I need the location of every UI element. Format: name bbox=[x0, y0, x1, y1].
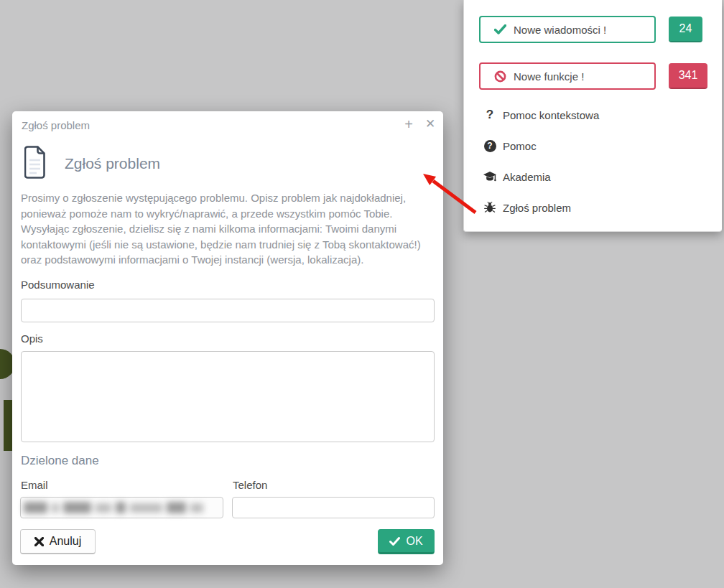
telefon-input[interactable] bbox=[232, 497, 435, 518]
menu-item-academy[interactable]: Akademia bbox=[464, 166, 722, 187]
bug-icon bbox=[483, 200, 497, 215]
menu-item-help[interactable]: ? Pomoc bbox=[464, 135, 722, 157]
menu-item-report-problem[interactable]: Zgłoś problem bbox=[464, 197, 722, 218]
dialog-window-title: Zgłoś problem bbox=[22, 119, 90, 131]
close-icon[interactable]: ✕ bbox=[423, 117, 437, 131]
cancel-button-label: Anuluj bbox=[50, 535, 81, 548]
check-icon bbox=[389, 537, 400, 546]
x-icon bbox=[34, 537, 44, 546]
graduation-cap-icon bbox=[483, 169, 497, 184]
new-features-label: Nowe funkcje ! bbox=[514, 70, 584, 83]
email-input[interactable] bbox=[20, 497, 223, 518]
telefon-label: Telefon bbox=[233, 479, 267, 491]
dialog-description: Prosimy o zgłoszenie występującego probl… bbox=[21, 190, 436, 268]
messages-count-badge: 24 bbox=[669, 17, 702, 42]
menu-item-label: Pomoc bbox=[503, 140, 537, 152]
menu-item-label: Akademia bbox=[503, 171, 551, 183]
check-icon bbox=[493, 23, 506, 36]
new-messages-button[interactable]: Nowe wiadomości ! bbox=[479, 16, 656, 43]
question-icon: ? bbox=[483, 108, 497, 122]
shared-data-heading: Dzielone dane bbox=[21, 454, 99, 468]
summary-label: Podsumowanie bbox=[21, 279, 95, 291]
ok-button-label: OK bbox=[406, 535, 422, 548]
block-icon bbox=[493, 70, 506, 83]
help-menu-panel: Nowe wiadomości ! 24 Nowe funkcje ! 341 … bbox=[463, 0, 722, 232]
description-textarea[interactable] bbox=[21, 351, 435, 442]
menu-item-label: Zgłoś problem bbox=[503, 202, 571, 214]
menu-item-label: Pomoc kontekstowa bbox=[503, 109, 599, 121]
question-circle-icon: ? bbox=[483, 139, 497, 153]
report-problem-dialog: Zgłoś problem + ✕ Zgłoś problem Prosimy … bbox=[12, 111, 443, 565]
new-features-button[interactable]: Nowe funkcje ! bbox=[479, 62, 656, 90]
new-messages-label: Nowe wiadomości ! bbox=[514, 24, 606, 36]
email-label: Email bbox=[21, 479, 48, 491]
features-count-badge: 341 bbox=[669, 63, 707, 89]
cancel-button[interactable]: Anuluj bbox=[20, 529, 96, 554]
summary-input[interactable] bbox=[21, 299, 435, 322]
ok-button[interactable]: OK bbox=[378, 529, 435, 554]
maximize-icon[interactable]: + bbox=[402, 117, 416, 131]
description-label: Opis bbox=[21, 332, 43, 345]
menu-item-context-help[interactable]: ? Pomoc kontekstowa bbox=[464, 104, 722, 126]
dimmed-page-background: { "colors": { "accent_green": "#2aa57f",… bbox=[0, 0, 724, 588]
dialog-heading: Zgłoś problem bbox=[65, 155, 160, 172]
document-icon bbox=[24, 146, 46, 182]
